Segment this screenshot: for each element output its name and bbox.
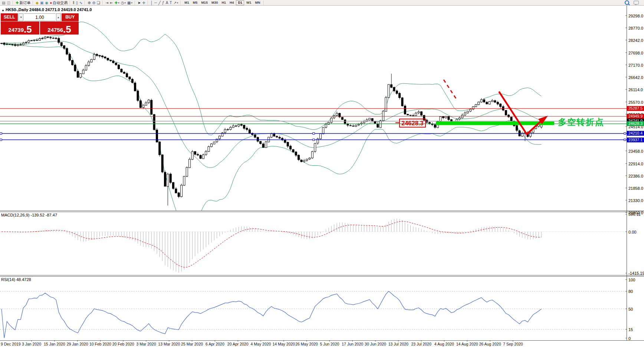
bar-chart-icon[interactable]: ‖ xyxy=(73,0,74,5)
vertical-line-icon: │ xyxy=(151,0,153,5)
search-icon[interactable] xyxy=(625,0,629,5)
indicators-icon[interactable]: ✚▾ xyxy=(115,0,119,5)
text-icon: A xyxy=(166,0,168,5)
zoom-in-icon[interactable]: ⊕ xyxy=(88,0,91,5)
new-order-button[interactable]: ✚新订单 xyxy=(16,0,30,5)
tile-windows-icon[interactable]: ❏ xyxy=(97,0,100,5)
data-window-icon: ▣ xyxy=(40,0,43,5)
buy-button[interactable]: BUY xyxy=(62,13,79,21)
line-handle[interactable] xyxy=(624,139,626,141)
zoom-in-icon: ⊕ xyxy=(88,0,91,5)
line-chart-icon: ∿ xyxy=(79,0,82,5)
trendline-icon[interactable]: ╱ xyxy=(158,0,161,5)
toolbar-separator xyxy=(102,1,103,5)
tile-windows-icon: ❏ xyxy=(97,0,100,5)
toolbar-separator xyxy=(33,1,33,5)
bar-chart-icon: ‖ xyxy=(73,0,74,5)
sell-button[interactable]: SELL xyxy=(1,13,18,21)
cursor-icon[interactable]: ➤ xyxy=(138,0,141,5)
timeframe-h4[interactable]: H4 xyxy=(228,0,236,5)
candles xyxy=(1,36,542,205)
fibonacci-icon: ƒ xyxy=(162,0,164,5)
line-handle[interactable] xyxy=(624,132,626,134)
toolbar-separator xyxy=(85,1,85,5)
auto-trading-button-label: 自动交易 xyxy=(53,0,68,5)
print-preview-icon: ◫ xyxy=(7,0,10,5)
text-icon[interactable]: A xyxy=(166,0,168,5)
print-preview-icon[interactable]: ◫ xyxy=(7,0,10,5)
macd-pane xyxy=(0,219,627,272)
candlestick-chart-icon: ▯ xyxy=(76,0,78,5)
chat-icon[interactable] xyxy=(634,1,639,4)
zoom-out-icon: ⊖ xyxy=(92,0,95,5)
cursor-icon: ➤ xyxy=(138,0,141,5)
horizontal-line-icon[interactable]: ─ xyxy=(154,0,157,5)
rsi-label: RSI(14) 48.4728 xyxy=(1,277,31,282)
timeframe-mn[interactable]: MN xyxy=(253,0,262,5)
market-watch-icon: ◆ xyxy=(36,0,39,5)
arrows-icon[interactable]: ↗▾ xyxy=(173,0,178,5)
one-click-trade-panel: SELL ▼ ▲ BUY 24739.5 24756.5 xyxy=(1,13,79,34)
timeframe-d1[interactable]: D1 xyxy=(236,0,244,5)
timeframe-m15[interactable]: M15 xyxy=(200,0,209,5)
signals-icon[interactable]: ◉ xyxy=(45,0,48,5)
timeframe-h1[interactable]: H1 xyxy=(220,0,227,5)
vertical-line-icon[interactable]: │ xyxy=(151,0,153,5)
auto-scroll-icon[interactable]: ⇥ xyxy=(105,0,108,5)
toolbar-separator xyxy=(135,1,135,5)
macd-label: MACD(12,26,9) -139.52 -87.47 xyxy=(1,213,57,217)
market-watch-icon[interactable]: ◆ xyxy=(36,0,39,5)
line-handle[interactable] xyxy=(0,139,2,141)
zoom-out-icon[interactable]: ⊖ xyxy=(92,0,95,5)
templates-icon: ▦ xyxy=(127,0,131,5)
line-handle[interactable] xyxy=(313,132,315,134)
volume-decrease-button[interactable]: ▼ xyxy=(19,13,23,21)
rsi-pane xyxy=(0,291,627,338)
candlestick-chart-icon[interactable]: ▯ xyxy=(76,0,78,5)
timeframe-m5[interactable]: M5 xyxy=(191,0,199,5)
line-handle[interactable] xyxy=(0,132,2,134)
line-handle[interactable] xyxy=(313,139,315,141)
timeframe-m30[interactable]: M30 xyxy=(210,0,220,5)
auto-trading-button: ● xyxy=(50,0,52,5)
timeframe-w1[interactable]: W1 xyxy=(245,0,253,5)
crosshair-icon[interactable]: ✛ xyxy=(142,0,145,5)
toolbar-separator xyxy=(70,1,70,5)
price-callout-box[interactable]: 24628.3 xyxy=(399,119,426,128)
data-window-icon[interactable]: ▣ xyxy=(40,0,43,5)
timeframe-m1[interactable]: M1 xyxy=(183,0,191,5)
crosshair-icon: ✛ xyxy=(142,0,145,5)
symbol-triangle-icon: ▲ xyxy=(1,9,4,12)
text-label-icon: T xyxy=(170,0,172,5)
toolbar-separator xyxy=(148,1,148,5)
sell-price[interactable]: 24739.5 xyxy=(1,22,39,34)
trendline-icon: ╱ xyxy=(158,0,161,5)
toolbar-separator xyxy=(13,1,13,5)
chart-shift-icon[interactable]: ⇤ xyxy=(110,0,113,5)
fibonacci-icon[interactable]: ƒ xyxy=(162,0,164,5)
line-chart-icon[interactable]: ∿ xyxy=(79,0,82,5)
chart-shift-icon: ⇤ xyxy=(110,0,113,5)
indicators-icon: ✚ xyxy=(115,0,118,5)
arrows-icon: ↗ xyxy=(173,0,176,5)
toolbar-separator xyxy=(263,1,264,5)
auto-trading-button[interactable]: ●自动交易 xyxy=(50,0,68,5)
new-order-button: ✚ xyxy=(16,0,19,5)
text-label-icon[interactable]: T xyxy=(170,0,172,5)
chart-window-icon[interactable]: ▤ xyxy=(2,0,5,5)
horizontal-line-icon: ─ xyxy=(154,0,157,5)
templates-icon[interactable]: ▦▾ xyxy=(127,0,132,5)
pivot-annotation-text[interactable]: 多空转折点 xyxy=(558,116,604,128)
volume-input[interactable] xyxy=(24,13,55,21)
periods-icon[interactable]: ◷▾ xyxy=(121,0,126,5)
toolbar-separator xyxy=(180,1,181,5)
chart-canvas[interactable] xyxy=(0,0,644,347)
auto-scroll-icon: ⇥ xyxy=(105,0,108,5)
dropdown-caret-icon: ▾ xyxy=(124,0,126,5)
periods-icon: ◷ xyxy=(121,0,124,5)
buy-price[interactable]: 24756.5 xyxy=(40,22,79,34)
dropdown-caret-icon: ▾ xyxy=(118,0,119,5)
chart-title: ▲HK50-,Daily 24484.0 24771.0 24419.0 247… xyxy=(1,7,92,12)
new-order-button-label: 新订单 xyxy=(19,0,30,5)
volume-increase-button[interactable]: ▲ xyxy=(56,13,61,21)
